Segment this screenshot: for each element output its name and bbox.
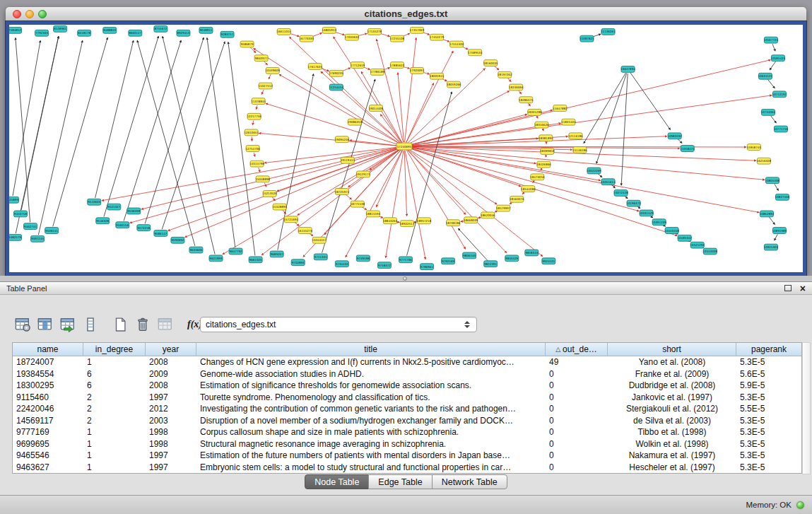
- network-node[interactable]: 18957218: [417, 218, 432, 224]
- network-edge[interactable]: [104, 36, 158, 216]
- network-edge[interactable]: [38, 40, 82, 235]
- network-edge[interactable]: [407, 69, 485, 144]
- network-node[interactable]: 8488843: [103, 27, 117, 33]
- network-node[interactable]: 19119411: [341, 157, 355, 163]
- network-node[interactable]: 10485342: [678, 235, 693, 241]
- panel-splitter[interactable]: [0, 276, 812, 281]
- network-node[interactable]: 10521293: [690, 242, 705, 248]
- network-node[interactable]: 11136261: [601, 28, 616, 35]
- table-row[interactable]: 1872400712008Changes of HCN gene express…: [13, 356, 801, 368]
- network-node[interactable]: 18005941: [430, 73, 445, 79]
- network-node[interactable]: 18286375: [519, 97, 534, 103]
- network-node[interactable]: 9749598: [356, 255, 370, 262]
- table-row[interactable]: 1830029562008Estimation of significance …: [13, 380, 801, 392]
- network-node[interactable]: 16770330: [300, 35, 314, 42]
- memory-indicator-led[interactable]: [796, 501, 804, 509]
- network-edge[interactable]: [254, 48, 401, 144]
- create-table-button[interactable]: [110, 315, 129, 334]
- network-node[interactable]: 18563076: [510, 196, 524, 202]
- network-node[interactable]: 17712619: [351, 62, 365, 69]
- network-edge[interactable]: [408, 148, 521, 186]
- network-node[interactable]: 18775538: [351, 201, 365, 207]
- network-node[interactable]: 9647792: [229, 248, 242, 255]
- network-node[interactable]: 16344557: [312, 237, 327, 243]
- network-node[interactable]: 8128961: [54, 25, 67, 32]
- network-edge[interactable]: [334, 37, 402, 143]
- network-edge[interactable]: [536, 116, 538, 118]
- network-node[interactable]: 9689267: [270, 251, 283, 257]
- zoom-window-button[interactable]: [38, 10, 47, 18]
- network-node[interactable]: 10827456: [775, 194, 790, 200]
- network-edge[interactable]: [16, 38, 30, 223]
- column-header-short[interactable]: short: [608, 343, 736, 356]
- network-node[interactable]: 17885622: [390, 62, 405, 69]
- network-node[interactable]: 15213526: [262, 190, 277, 197]
- network-node[interactable]: 9482579: [9, 234, 22, 240]
- network-node[interactable]: 11087821: [579, 35, 594, 42]
- network-node[interactable]: 8660127: [129, 30, 142, 36]
- network-node[interactable]: 9560156: [116, 222, 129, 228]
- network-node[interactable]: 16611015: [276, 28, 291, 35]
- network-edge[interactable]: [259, 168, 260, 172]
- network-node[interactable]: 9048911: [199, 27, 213, 33]
- network-node[interactable]: 11805404: [561, 119, 576, 125]
- network-node[interactable]: 9661025: [249, 257, 262, 263]
- network-node[interactable]: 18399818: [540, 148, 555, 155]
- network-node[interactable]: 9806540: [463, 252, 476, 259]
- network-node[interactable]: 8755672: [154, 25, 167, 32]
- network-node[interactable]: 9425899: [9, 197, 19, 203]
- network-node[interactable]: 9758372: [377, 262, 391, 269]
- network-node[interactable]: 9510603: [88, 199, 101, 205]
- network-node[interactable]: 10391209: [652, 219, 666, 226]
- network-node[interactable]: 17255108: [390, 35, 405, 42]
- network-node[interactable]: 9462741: [24, 223, 37, 230]
- network-node[interactable]: 10196373: [626, 200, 641, 206]
- network-node[interactable]: 10712197: [772, 91, 787, 98]
- network-node[interactable]: 9586879: [240, 41, 254, 47]
- network-node[interactable]: 17589533: [468, 49, 483, 56]
- network-node[interactable]: 18197262: [498, 71, 512, 78]
- network-node[interactable]: 9283757: [220, 31, 234, 37]
- network-node[interactable]: 9711335: [314, 254, 327, 260]
- network-node[interactable]: 10771716: [774, 126, 789, 132]
- network-edge[interactable]: [408, 147, 759, 212]
- network-edge[interactable]: [678, 139, 682, 143]
- network-node[interactable]: 17033632: [345, 34, 360, 40]
- network-node[interactable]: 17357069: [410, 27, 425, 33]
- network-edge[interactable]: [272, 197, 275, 201]
- column-header-title[interactable]: title: [196, 343, 546, 356]
- network-node[interactable]: 9497245: [31, 235, 45, 242]
- network-edge[interactable]: [630, 73, 670, 130]
- network-node[interactable]: 9734402: [335, 261, 348, 267]
- network-edge[interactable]: [584, 73, 626, 144]
- network-node[interactable]: 9845529: [505, 255, 519, 262]
- table-settings-button[interactable]: [13, 315, 32, 334]
- network-node[interactable]: 10805338: [765, 177, 780, 184]
- table-selector-dropdown[interactable]: citations_edges.txt: [200, 317, 477, 332]
- network-edge[interactable]: [13, 40, 40, 195]
- network-node[interactable]: 18316626: [534, 122, 549, 128]
- network-node[interactable]: 16256328: [757, 158, 772, 164]
- network-node[interactable]: 9603606: [189, 247, 203, 253]
- network-edge[interactable]: [408, 149, 543, 257]
- network-node[interactable]: 12217756: [247, 113, 261, 119]
- network-edge[interactable]: [519, 90, 522, 94]
- network-edge[interactable]: [163, 36, 215, 254]
- network-node[interactable]: 18301288: [527, 109, 542, 115]
- close-panel-button[interactable]: ×: [800, 284, 806, 293]
- network-edge[interactable]: [775, 184, 778, 190]
- network-node[interactable]: 18668039: [464, 217, 478, 223]
- network-node[interactable]: 11647882: [553, 105, 567, 112]
- network-node[interactable]: 18708186: [446, 220, 461, 226]
- network-node[interactable]: 10925303: [764, 244, 779, 250]
- network-node[interactable]: 10022269: [587, 168, 601, 174]
- network-edge[interactable]: [264, 62, 268, 65]
- network-edge[interactable]: [21, 36, 59, 209]
- network-node[interactable]: 10051614: [601, 179, 616, 185]
- network-edge[interactable]: [124, 40, 181, 221]
- network-edge[interactable]: [259, 133, 400, 146]
- network-edge[interactable]: [770, 62, 775, 70]
- network-node[interactable]: 10072428: [613, 189, 628, 196]
- network-edge[interactable]: [404, 151, 406, 216]
- network-node[interactable]: 18815594: [366, 211, 381, 217]
